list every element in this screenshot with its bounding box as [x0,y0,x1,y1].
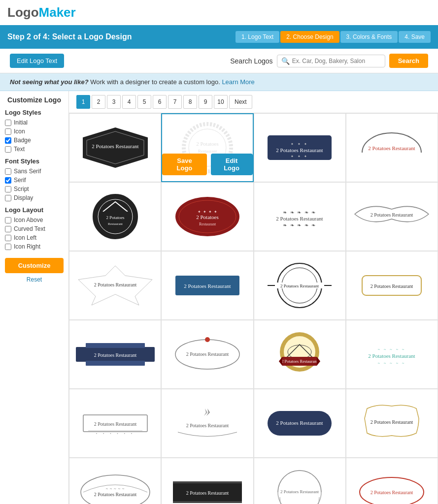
style-initial-checkbox[interactable] [5,120,11,126]
logo-cell-21[interactable]: ~ ~ ~ ~ ~ 2 Potatoes Restaurant [69,458,161,504]
logo-cell-18[interactable]: 2 Potatoes Restaurant [161,389,253,458]
learn-more-link[interactable]: Learn More [222,78,254,86]
logo-svg-24: 2 Potatoes Restaurant [352,470,431,504]
search-input-wrap: 🔍 [277,55,385,67]
logo-styles-title: Logo Styles [5,109,64,116]
svg-text:✦ ✦ ✦: ✦ ✦ ✦ [291,142,309,146]
svg-point-43 [205,337,210,342]
font-display: Display [5,194,64,201]
font-script: Script [5,186,64,192]
style-icon-checkbox[interactable] [5,128,11,135]
logo-cell-23[interactable]: 2 Potatoes Restaurant [254,458,346,504]
style-text: Text [5,146,64,153]
logo-cell-14[interactable]: 2 Potatoes Restaurant [161,320,253,389]
reset-link[interactable]: Reset [5,276,64,283]
search-label: Search Logos [230,57,272,65]
logo-cell-8[interactable]: 2 Potatoes Restaurant [346,182,438,251]
logo-cell-19[interactable]: 2 Potatoes Restaurant [254,389,346,458]
page-next[interactable]: Next [229,95,252,109]
page-8[interactable]: 8 [183,95,197,109]
font-sans-serif: Sans Serif [5,168,64,175]
svg-text:2 Potatoes Restaurant: 2 Potatoes Restaurant [186,351,229,357]
step-tab-4[interactable]: 4. Save [399,31,431,43]
svg-point-70 [278,471,321,504]
style-icon-label: Icon [14,128,25,135]
font-display-checkbox[interactable] [5,195,11,201]
svg-text:2 Potatoes Restaurant: 2 Potatoes Restaurant [369,145,415,151]
search-area: Search Logos 🔍 Search [230,54,428,68]
page-6[interactable]: 6 [153,95,167,109]
svg-text:✦ ✦ ✦: ✦ ✦ ✦ [291,155,309,158]
logo-cell-7[interactable]: ❧ ❧ ❧ ❧ ❧ 2 Potatoes Restaurant ❧ ❧ ❧ ❧ … [254,182,346,251]
search-input[interactable] [292,58,376,64]
logo-svg-10: 2 Potatoes Restaurant [168,261,247,310]
logo-svg-16: ~ ~ ~ ~ ~ 2 Potatoes Restaurant ~ ~ ~ ~ … [352,332,431,377]
page-2[interactable]: 2 [92,95,105,109]
font-serif-checkbox[interactable] [5,177,11,184]
page-1[interactable]: 1 [76,95,90,109]
svg-text:2 Potatoes Restaurant: 2 Potatoes Restaurant [371,419,413,425]
step-tab-3[interactable]: 3. Colors & Fonts [340,31,398,43]
style-icon: Icon [5,128,64,135]
font-sans-serif-checkbox[interactable] [5,168,11,175]
search-button[interactable]: Search [389,54,428,68]
logo-cell-5[interactable]: 2 Potatoes Restaurant [69,182,161,251]
page-7[interactable]: 7 [168,95,182,109]
save-logo-button[interactable]: Save Logo [162,154,206,175]
logo-cell-6[interactable]: ✦ ✦ ✦ ✦ 2 Potatoes Restaurant [161,182,253,251]
logo-cell-24[interactable]: 2 Potatoes Restaurant [346,458,438,504]
page-9[interactable]: 9 [199,95,212,109]
style-initial-label: Initial [14,119,28,126]
logo-cell-3[interactable]: ✦ ✦ ✦ 2 Potatoes Restaurant ✦ ✦ ✦ [254,113,346,182]
site-logo: LogoMaker [7,5,76,20]
svg-text:2 Potatoes Restaurant: 2 Potatoes Restaurant [371,212,413,218]
logo-svg-19: 2 Potatoes Restaurant [260,399,339,448]
info-bold: Not seeing what you like? [10,78,89,86]
svg-text:2 Potatoes Restaurant: 2 Potatoes Restaurant [371,284,413,289]
logo-cell-9[interactable]: 2 Potatoes Restaurant [69,251,161,320]
svg-text:2 Potatoes: 2 Potatoes [106,215,125,220]
logo-cell-16[interactable]: ~ ~ ~ ~ ~ 2 Potatoes Restaurant ~ ~ ~ ~ … [346,320,438,389]
layout-icon-above-checkbox[interactable] [5,217,11,223]
layout-icon-left-checkbox[interactable] [5,235,11,241]
logo-grid: 2 Potatoes Restaurant 2 Potatoes Restaur… [69,113,438,504]
svg-rect-40 [86,361,145,366]
style-text-label: Text [14,146,25,153]
logo-svg-12: 2 Potatoes Restaurant [352,261,431,310]
step-tab-1[interactable]: 1. Logo Text [236,31,279,43]
layout-icon-right: Icon Right [5,243,64,250]
edit-logo-text-button[interactable]: Edit Logo Text [10,54,64,68]
layout-icon-right-checkbox[interactable] [5,244,11,250]
logo-cell-20[interactable]: 2 Potatoes Restaurant [346,389,438,458]
page-10[interactable]: 10 [214,95,228,109]
logo-svg-17: 2 Potatoes Restaurant • • • • • • [76,401,155,445]
svg-text:2 Potatoes Restaurant: 2 Potatoes Restaurant [92,143,138,149]
logo-cell-12[interactable]: 2 Potatoes Restaurant [346,251,438,320]
font-display-label: Display [14,194,33,201]
layout-icon-above-label: Icon Above [14,217,43,223]
page-5[interactable]: 5 [137,95,151,109]
logo-cell-10[interactable]: 2 Potatoes Restaurant [161,251,253,320]
page-3[interactable]: 3 [107,95,121,109]
style-text-checkbox[interactable] [5,146,11,153]
logo-cell-4[interactable]: 2 Potatoes Restaurant [346,113,438,182]
logo-svg-14: 2 Potatoes Restaurant [168,332,247,377]
logo-cell-11[interactable]: 2 Potatoes Restaurant [254,251,346,320]
customize-button[interactable]: Customize [5,258,64,273]
page-4[interactable]: 4 [122,95,136,109]
style-badge-checkbox[interactable] [5,137,11,144]
logo-cell-2[interactable]: 2 Potatoes Restaurant Save Logo Edit Log… [161,113,253,182]
logo-cell-22[interactable]: 2 Potatoes Restaurant [161,458,253,504]
logo-svg-22: 2 Potatoes Restaurant [168,470,247,504]
logo-cell-13[interactable]: 2 Potatoes Restaurant [69,320,161,389]
edit-logo-button[interactable]: Edit Logo [211,154,253,175]
logo-cell-1[interactable]: 2 Potatoes Restaurant [69,113,161,182]
layout-curved-text-checkbox[interactable] [5,226,11,232]
step-tab-2[interactable]: 2. Choose Design [280,31,339,43]
font-script-checkbox[interactable] [5,186,11,192]
logo-cell-15[interactable]: 2 Potatoes Restaurant [254,320,346,389]
logo-cell-17[interactable]: 2 Potatoes Restaurant • • • • • • [69,389,161,458]
svg-text:~  ~  ~  ~  ~: ~ ~ ~ ~ ~ [105,487,125,491]
svg-text:2 Potatoes Restaurant: 2 Potatoes Restaurant [371,490,413,495]
svg-text:2 Potatoes Restaurant: 2 Potatoes Restaurant [184,283,231,289]
